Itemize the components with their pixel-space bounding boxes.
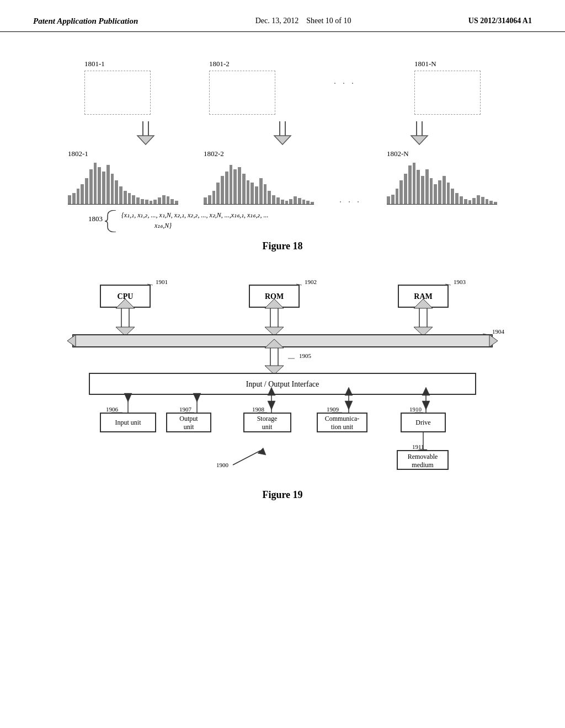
svg-text:1907: 1907 (179, 406, 192, 413)
bar (170, 199, 174, 204)
hist-1802-2-label: 1802-2 (204, 149, 224, 158)
bar (391, 195, 395, 204)
histogram-1802-2: 1802-2 (204, 149, 314, 205)
bar (302, 200, 306, 204)
bar (285, 201, 289, 204)
fig18-hist-ellipsis: . . . (339, 173, 361, 205)
svg-marker-35 (489, 335, 498, 347)
svg-marker-49 (193, 393, 201, 402)
svg-rect-33 (73, 335, 492, 347)
bar (464, 199, 467, 204)
bar (294, 196, 297, 204)
bar (421, 176, 424, 204)
fig19-diagram: CPU 1901 ROM 1902 RAM 1903 (33, 269, 532, 478)
header-publication-title: Patent Application Publication (33, 17, 138, 26)
svg-text:medium: medium (412, 461, 434, 469)
svg-text:1911: 1911 (412, 443, 424, 450)
svg-text:1904: 1904 (492, 328, 505, 335)
bar (489, 201, 493, 204)
svg-text:1901: 1901 (156, 279, 168, 285)
header-patent-number: US 2012/314064 A1 (468, 17, 532, 25)
svg-text:unit: unit (184, 423, 194, 431)
bar (106, 165, 110, 204)
svg-text:1908: 1908 (252, 406, 265, 413)
fig18-down-arrows (33, 120, 532, 145)
bar (259, 178, 263, 204)
bar (98, 167, 101, 204)
figure-19-section: CPU 1901 ROM 1902 RAM 1903 (33, 269, 532, 501)
bar (208, 195, 211, 204)
hist-1802-N-bars (387, 160, 497, 205)
bar (387, 196, 390, 204)
svg-text:Removable: Removable (408, 453, 438, 461)
bar (408, 165, 412, 204)
frame-1801-2: 1801-2 (209, 60, 275, 115)
frame-1801-2-label: 1801-2 (209, 60, 230, 68)
bar (128, 193, 131, 204)
bar (141, 199, 144, 204)
svg-text:tion unit: tion unit (331, 423, 354, 431)
down-arrow-1 (135, 120, 157, 145)
bar (451, 189, 454, 204)
header-date-sheet: Dec. 13, 2012 Sheet 10 of 10 (255, 17, 351, 25)
bar (443, 176, 446, 204)
bar (221, 176, 224, 204)
svg-text:Storage: Storage (257, 415, 278, 422)
bar (272, 195, 275, 204)
bar (145, 200, 148, 204)
bar (68, 195, 71, 204)
bar (486, 199, 489, 204)
bar (447, 183, 450, 205)
frame-1801-1: 1801-1 (84, 60, 151, 115)
bar (417, 170, 420, 204)
bar (225, 172, 228, 204)
bar (81, 184, 84, 204)
bar (238, 167, 241, 204)
fig18-formula-row: 1803 {x₁,₁, x₁,₂, ..., x₁,N, x₂,₁, x₂,₂,… (88, 210, 532, 232)
bar (212, 191, 216, 204)
svg-line-90 (233, 451, 260, 465)
frame-1801-N-box (414, 71, 481, 115)
bar (150, 201, 153, 204)
svg-text:Communica-: Communica- (325, 415, 360, 422)
frame-1801-N-label: 1801-N (414, 60, 436, 68)
bar (216, 183, 220, 205)
system-diagram-svg: CPU 1901 ROM 1902 RAM 1903 (56, 269, 509, 478)
bar (132, 195, 135, 204)
svg-text:1910: 1910 (409, 406, 422, 413)
bar (175, 201, 178, 204)
hist-1802-2-bars (204, 160, 314, 205)
header-date: Dec. 13, 2012 (255, 17, 299, 25)
down-arrow-N (408, 120, 430, 145)
bar (481, 197, 484, 204)
bar (455, 193, 459, 204)
bar (468, 200, 472, 204)
bar (276, 197, 280, 204)
main-content: 1801-1 1801-2 . . . 1801-N (0, 32, 565, 512)
bar (494, 202, 497, 204)
bar (413, 163, 416, 204)
bar (247, 180, 250, 204)
svg-text:Input unit: Input unit (115, 419, 142, 426)
svg-text:1902: 1902 (305, 279, 317, 285)
bar (204, 197, 207, 204)
bar (434, 184, 437, 204)
bar (230, 165, 233, 204)
bar (162, 195, 166, 204)
bar (298, 198, 301, 204)
svg-text:1905: 1905 (299, 352, 312, 359)
svg-marker-47 (124, 393, 132, 402)
bar (124, 191, 127, 204)
bar (404, 174, 407, 204)
bar (136, 197, 140, 204)
bar (477, 195, 480, 204)
header-sheet: Sheet 10 of 10 (306, 17, 351, 25)
bar (115, 180, 118, 204)
bar (430, 178, 433, 204)
formula-text: {x₁,₁, x₁,₂, ..., x₁,N, x₂,₁, x₂,₂, ...,… (121, 210, 268, 231)
svg-text:Input / Output Interface: Input / Output Interface (246, 380, 319, 388)
svg-marker-54 (345, 401, 353, 410)
bar (77, 189, 80, 204)
fig18-histogram-row: 1802-1 (33, 149, 532, 205)
svg-text:1909: 1909 (327, 406, 339, 413)
